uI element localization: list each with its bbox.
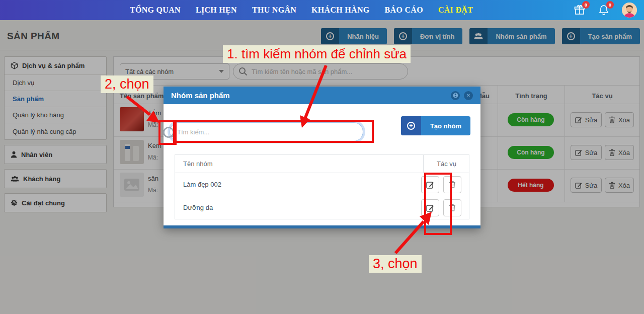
create-group-button-label: Tạo nhóm: [421, 116, 470, 135]
group-name: Làm đẹp 002: [175, 181, 221, 188]
notification-badge: 0: [606, 1, 614, 9]
create-group-button[interactable]: + Tạo nhóm: [401, 116, 470, 135]
modal-title: Nhóm sản phẩm: [171, 91, 230, 100]
cart-badge: 0: [582, 1, 590, 9]
delete-group-button[interactable]: [443, 199, 461, 216]
nav-item-cai-dat[interactable]: CÀI ĐẶT: [438, 6, 473, 15]
trash-icon: [449, 181, 456, 188]
modal-header: Nhóm sản phẩm ✕: [164, 87, 480, 104]
user-avatar[interactable]: [622, 3, 637, 18]
nav-item-bao-cao[interactable]: BÁO CÁO: [385, 6, 423, 15]
nav-item-thu-ngan[interactable]: THU NGÂN: [252, 6, 296, 15]
group-actions-header: Tác vụ: [423, 160, 470, 168]
group-name: Dưỡng da: [175, 204, 213, 211]
group-table-header: Tên nhóm Tác vụ: [175, 155, 469, 173]
edit-icon: [426, 181, 434, 189]
group-table: Tên nhóm Tác vụ Làm đẹp 002 Dưỡng d: [175, 154, 469, 219]
top-navbar: TỔNG QUAN LỊCH HẸN THU NGÂN KHÁCH HÀNG B…: [0, 0, 644, 20]
nav-item-khach-hang[interactable]: KHÁCH HÀNG: [311, 6, 369, 15]
search-icon: [162, 126, 177, 143]
edit-icon: [426, 204, 434, 212]
group-row: Dưỡng da: [175, 196, 469, 219]
close-icon[interactable]: ✕: [464, 91, 473, 100]
bell-icon[interactable]: 0: [598, 4, 610, 16]
trash-icon: [449, 204, 456, 211]
edit-group-button[interactable]: [421, 176, 439, 193]
globe-icon[interactable]: [451, 91, 460, 100]
nav-menu: TỔNG QUAN LỊCH HẸN THU NGÂN KHÁCH HÀNG B…: [130, 6, 473, 15]
group-name-header: Tên nhóm: [175, 160, 213, 168]
nav-item-tong-quan[interactable]: TỔNG QUAN: [130, 6, 181, 15]
group-row: Làm đẹp 002: [175, 173, 469, 196]
product-group-modal: Nhóm sản phẩm ✕ + Tạo nhóm Tên nhóm Tác …: [164, 87, 480, 228]
group-search[interactable]: [170, 122, 363, 141]
nav-item-lich-hen[interactable]: LỊCH HẸN: [196, 6, 237, 15]
group-search-input[interactable]: [177, 128, 356, 136]
delete-group-button[interactable]: [443, 176, 461, 193]
edit-group-button[interactable]: [421, 199, 439, 216]
gift-icon[interactable]: 0: [574, 4, 586, 16]
plus-icon: +: [407, 122, 415, 130]
